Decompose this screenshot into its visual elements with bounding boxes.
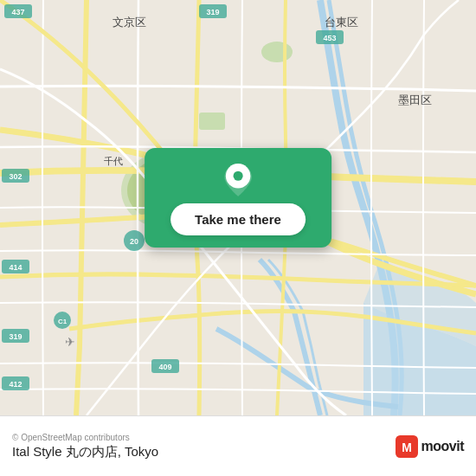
svg-text:409: 409 xyxy=(158,363,171,371)
bottom-left-info: © OpenStreetMap contributors Ital Style … xyxy=(12,433,158,460)
place-name-label: Ital Style 丸の内店, Tokyo xyxy=(12,444,158,460)
moovit-icon: M xyxy=(396,435,418,458)
map-container: 437 319 453 302 414 20 319 409 412 C1 文京… xyxy=(0,0,476,415)
svg-text:千代: 千代 xyxy=(104,156,123,166)
map-attribution: © OpenStreetMap contributors xyxy=(12,433,158,442)
svg-text:M: M xyxy=(402,441,412,454)
moovit-label: moovit xyxy=(421,439,464,454)
svg-text:20: 20 xyxy=(130,237,138,246)
svg-text:319: 319 xyxy=(206,8,219,16)
svg-rect-4 xyxy=(199,113,225,130)
moovit-logo: M moovit xyxy=(396,435,464,458)
svg-point-32 xyxy=(233,171,242,181)
svg-text:453: 453 xyxy=(323,34,336,42)
location-pin-icon xyxy=(222,164,254,196)
svg-text:412: 412 xyxy=(9,380,22,389)
svg-text:文京区: 文京区 xyxy=(113,16,146,29)
svg-point-3 xyxy=(261,42,293,62)
svg-text:墨田区: 墨田区 xyxy=(398,93,432,106)
take-me-there-button[interactable]: Take me there xyxy=(170,203,306,235)
svg-text:✈: ✈ xyxy=(65,335,75,349)
svg-text:302: 302 xyxy=(9,172,22,181)
popup-overlay: Take me there xyxy=(145,148,331,248)
svg-text:319: 319 xyxy=(9,332,22,341)
bottom-bar: © OpenStreetMap contributors Ital Style … xyxy=(0,415,476,476)
svg-text:台東区: 台東区 xyxy=(325,16,358,29)
svg-text:437: 437 xyxy=(11,8,24,16)
location-card: Take me there xyxy=(145,148,331,248)
svg-text:414: 414 xyxy=(9,263,22,272)
svg-text:C1: C1 xyxy=(58,318,68,325)
